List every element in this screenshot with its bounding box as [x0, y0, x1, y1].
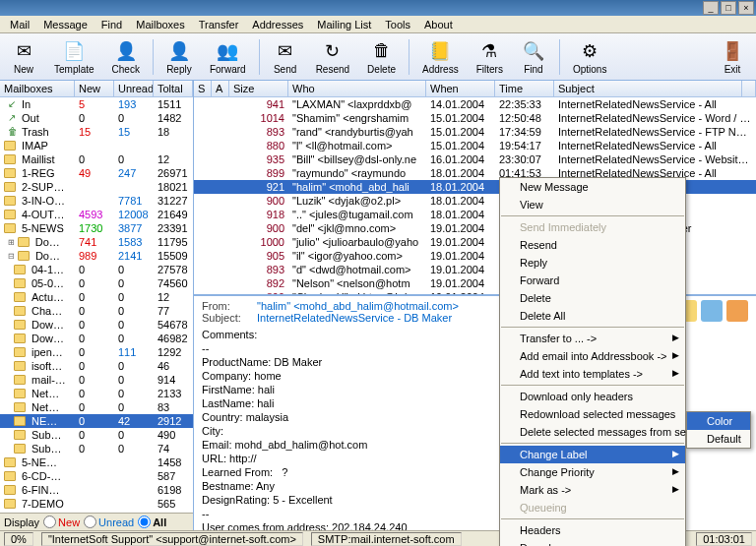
folder-row[interactable]: NEWS SE...0422912: [0, 414, 193, 428]
forward-button[interactable]: 👥Forward: [203, 36, 253, 78]
col-when[interactable]: When: [426, 81, 495, 96]
template-button[interactable]: 📄Template: [47, 36, 101, 78]
context-item-decode[interactable]: Decode: [500, 539, 685, 546]
folder-row[interactable]: 1-REG4924726971: [0, 166, 193, 180]
context-item-new-message[interactable]: New Message: [500, 178, 685, 196]
folder-row[interactable]: 7-DEMO565: [0, 497, 193, 511]
context-item-resend[interactable]: Resend: [500, 236, 685, 254]
context-item-view[interactable]: View: [500, 196, 685, 213]
menu-addresses[interactable]: Addresses: [246, 17, 309, 32]
folder-row[interactable]: NetMail - m...0083: [0, 400, 193, 414]
folder-row[interactable]: Subcribe-N...00490: [0, 428, 193, 442]
context-item-reply[interactable]: Reply: [500, 254, 685, 272]
preview-icon-3[interactable]: [726, 300, 748, 322]
folder-row[interactable]: mail-comm...00914: [0, 373, 193, 387]
folder-row[interactable]: 5-NEWS1730387723391: [0, 221, 193, 235]
col-subject[interactable]: Subject: [554, 81, 742, 96]
folder-row[interactable]: 3-IN-OLD778131227: [0, 194, 193, 208]
folder-row[interactable]: ipension-do...01111292: [0, 345, 193, 359]
menu-mailboxes[interactable]: Mailboxes: [130, 17, 191, 32]
context-item-default[interactable]: Default: [687, 430, 750, 448]
folder-row[interactable]: 6-FINDEXE6198: [0, 483, 193, 497]
menu-tools[interactable]: Tools: [379, 17, 416, 32]
menu-mailing-list[interactable]: Mailing List: [311, 17, 377, 32]
col-unread[interactable]: Unread: [114, 81, 154, 96]
message-row[interactable]: 941"LAXMAN" <laxprddxb@14.01.200422:35:3…: [194, 97, 756, 111]
check-button[interactable]: 👤Check: [105, 36, 147, 78]
folder-row[interactable]: ⊞ Download ...741158311795: [0, 235, 193, 249]
menu-about[interactable]: About: [418, 17, 459, 32]
folder-row[interactable]: isoftware0046: [0, 359, 193, 373]
delete-button[interactable]: 🗑Delete: [360, 36, 403, 78]
find-button[interactable]: 🔍Find: [514, 36, 553, 78]
menu-message[interactable]: Message: [37, 17, 94, 32]
folder-row[interactable]: IMAP: [0, 139, 193, 152]
context-item-add-text-into-templates[interactable]: Add text into templates ->▶: [500, 365, 685, 383]
close-button[interactable]: ×: [738, 1, 754, 15]
address-button[interactable]: 📒Address: [415, 36, 466, 78]
folder-row[interactable]: ↙In51931511: [0, 97, 193, 111]
minimize-button[interactable]: _: [703, 1, 719, 15]
message-row[interactable]: 935"Bill" <billsey@dsl-only.ne16.01.2004…: [194, 152, 756, 166]
reply-button[interactable]: 👤Reply: [159, 36, 199, 78]
context-item-download-only-headers[interactable]: Download only headers: [500, 388, 685, 405]
folder-row[interactable]: 4-OUT-OLD45931200821649: [0, 208, 193, 221]
menu-transfer[interactable]: Transfer: [193, 17, 245, 32]
message-row[interactable]: 880"l" <ll@hotmail.com>15.01.200419:54:1…: [194, 139, 756, 152]
menu-mail[interactable]: Mail: [4, 17, 35, 32]
col-s[interactable]: S: [194, 81, 212, 96]
folder-total: 27578: [154, 264, 193, 275]
folder-row[interactable]: Subscribe0074: [0, 442, 193, 455]
context-item-delete-all[interactable]: Delete All: [500, 307, 685, 325]
message-grid-header: S A Size Who When Time Subject: [194, 81, 756, 97]
col-mailboxes[interactable]: Mailboxes: [0, 81, 75, 96]
filter-unread[interactable]: Unread: [84, 516, 134, 528]
message-row[interactable]: 1014"Shamim" <engrshamim15.01.200412:50:…: [194, 111, 756, 125]
context-item-color[interactable]: Color: [687, 412, 750, 430]
folder-row[interactable]: Download ...0046982: [0, 332, 193, 345]
folder-row[interactable]: Maillist0012: [0, 152, 193, 166]
col-total[interactable]: Toltal: [154, 81, 193, 96]
col-size[interactable]: Size: [229, 81, 288, 96]
context-item-change-label[interactable]: Change Label▶: [500, 446, 685, 463]
resend-button[interactable]: ↻Resend: [309, 36, 356, 78]
context-item-delete-selected-messages-from-server[interactable]: Delete selected messages from server: [500, 423, 685, 441]
folder-row[interactable]: 2-SUPPORT18021: [0, 180, 193, 194]
send-button[interactable]: ✉Send: [266, 36, 305, 78]
folder-row[interactable]: NetMail002133: [0, 387, 193, 400]
col-time[interactable]: Time: [495, 81, 554, 96]
folder-row[interactable]: 🗑Trash151518: [0, 125, 193, 139]
preview-icon-2[interactable]: [701, 300, 723, 322]
folder-row[interactable]: ↗Out001482: [0, 111, 193, 125]
col-a[interactable]: A: [212, 81, 229, 96]
context-item-forward[interactable]: Forward: [500, 272, 685, 289]
folder-row[interactable]: 04-10-2002...0027578: [0, 263, 193, 276]
message-row[interactable]: 893"rand" <randyburtis@yah15.01.200417:3…: [194, 125, 756, 139]
context-item-change-priority[interactable]: Change Priority▶: [500, 463, 685, 481]
context-item-transfer-to[interactable]: Transfer to ... ->▶: [500, 330, 685, 347]
options-button[interactable]: ⚙Options: [566, 36, 613, 78]
context-item-add-email-into-addressbook[interactable]: Add email into Addressbook ->▶: [500, 347, 685, 365]
new-button[interactable]: ✉New: [4, 36, 43, 78]
filter-new[interactable]: New: [43, 516, 80, 528]
col-new[interactable]: New: [75, 81, 114, 96]
folder-row[interactable]: 6-CD-ROM-CA...587: [0, 469, 193, 483]
filter-all[interactable]: All: [138, 516, 166, 528]
context-item-delete[interactable]: Delete: [500, 289, 685, 307]
context-item-headers[interactable]: Headers: [500, 521, 685, 539]
context-item-mark-as[interactable]: Mark as ->▶: [500, 481, 685, 499]
folder-row[interactable]: Change Ad...0077: [0, 304, 193, 318]
filters-button[interactable]: ⚗Filters: [470, 36, 510, 78]
folder-row[interactable]: Download ...0054678: [0, 318, 193, 332]
exit-button[interactable]: 🚪Exit: [713, 36, 752, 78]
folder-total: 1511: [154, 98, 193, 110]
folder-row[interactable]: Actuary0012: [0, 290, 193, 304]
folder-row[interactable]: 05-03-2003...0074560: [0, 276, 193, 290]
menu-find[interactable]: Find: [95, 17, 128, 32]
folder-name: 5-NEWS-OLD: [0, 456, 75, 468]
context-item-redownload-selected-messages[interactable]: Redownload selected messages: [500, 405, 685, 423]
folder-row[interactable]: ⊟ Download...989214115509: [0, 249, 193, 263]
col-who[interactable]: Who: [288, 81, 426, 96]
folder-row[interactable]: 5-NEWS-OLD1458: [0, 455, 193, 469]
maximize-button[interactable]: □: [721, 1, 736, 15]
